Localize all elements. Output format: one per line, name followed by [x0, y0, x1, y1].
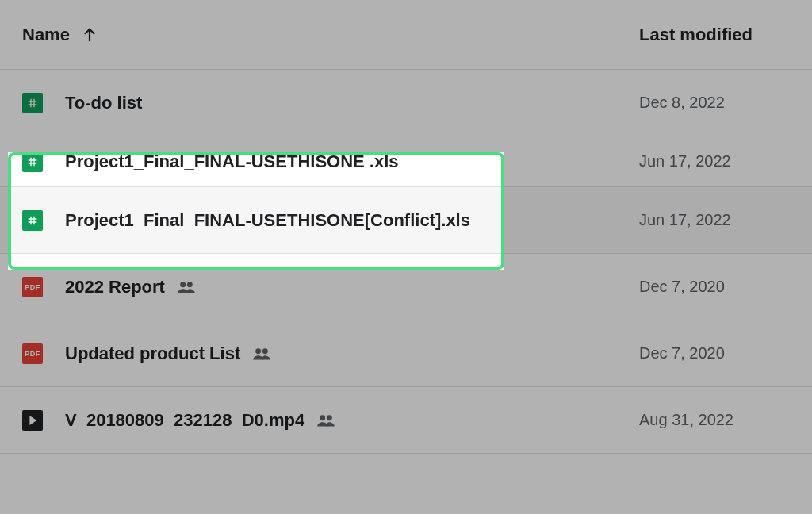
file-row[interactable]: V_20180809_232128_D0.mp4 Aug 31, 2022: [0, 387, 812, 454]
sheets-icon: [22, 93, 43, 113]
sheets-icon: [22, 152, 43, 172]
file-modified-date: Dec 7, 2020: [639, 344, 725, 362]
sort-ascending-icon: [81, 26, 98, 44]
file-modified-date: Jun 17, 2022: [639, 152, 731, 170]
file-row[interactable]: PDF Updated product List Dec 7, 2020: [0, 320, 812, 387]
file-name: V_20180809_232128_D0.mp4: [65, 410, 304, 431]
name-column-header[interactable]: Name: [22, 25, 639, 45]
svg-rect-0: [28, 98, 37, 108]
svg-point-4: [262, 348, 268, 354]
file-name: Project1_Final_FINAL-USETHISONE .xls: [65, 152, 399, 172]
file-name: To-do list: [65, 93, 142, 113]
shared-icon: [316, 413, 336, 428]
sheets-icon: [22, 210, 43, 231]
file-row[interactable]: Project1_Final_FINAL-USETHISONE .xls Jun…: [0, 136, 812, 187]
svg-point-2: [187, 282, 193, 287]
file-modified-date: Jun 17, 2022: [639, 211, 731, 228]
file-name: 2022 Report: [65, 277, 165, 297]
svg-point-1: [180, 282, 186, 287]
file-modified-date: Dec 7, 2020: [639, 278, 725, 295]
file-row[interactable]: PDF 2022 Report Dec 7, 2020: [0, 254, 812, 320]
column-header-row: Name Last modified: [0, 0, 812, 70]
last-modified-column-title: Last modified: [639, 25, 753, 44]
svg-point-3: [255, 348, 261, 354]
file-list-table: Name Last modified To-do list Dec 8, 202…: [0, 0, 812, 514]
svg-point-6: [327, 415, 332, 420]
file-row[interactable]: To-do list Dec 8, 2022: [0, 70, 812, 136]
file-modified-date: Dec 8, 2022: [639, 94, 725, 111]
name-column-title: Name: [22, 25, 70, 45]
video-icon: [22, 410, 43, 431]
pdf-icon: PDF: [22, 343, 43, 364]
file-name: Updated product List: [65, 343, 240, 364]
svg-point-5: [320, 415, 325, 420]
file-modified-date: Aug 31, 2022: [639, 411, 733, 428]
file-row[interactable]: Project1_Final_FINAL-USETHISONE[Conflict…: [0, 187, 812, 254]
file-name: Project1_Final_FINAL-USETHISONE[Conflict…: [65, 210, 470, 231]
pdf-icon: PDF: [22, 277, 43, 297]
last-modified-column-header[interactable]: Last modified: [639, 25, 790, 45]
shared-icon: [251, 347, 272, 361]
shared-icon: [176, 280, 197, 294]
